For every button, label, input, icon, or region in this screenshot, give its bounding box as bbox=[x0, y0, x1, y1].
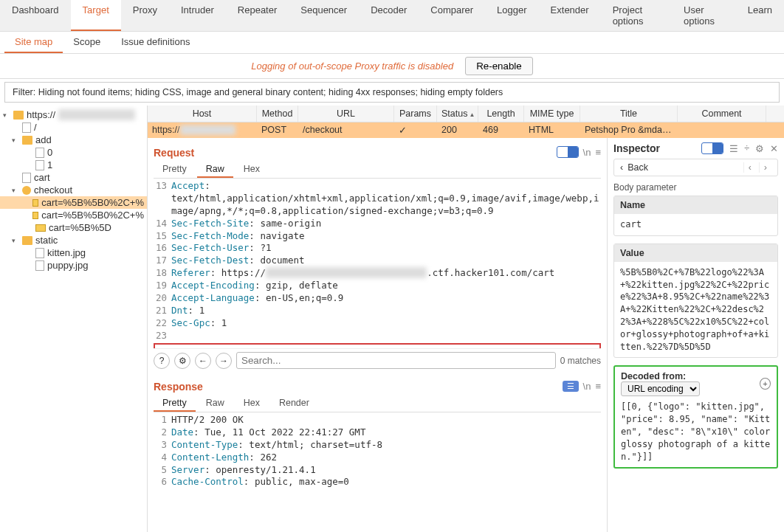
value-box: Value %5B%5B0%2C+%7B%22logo%22%3A+%22kit… bbox=[613, 243, 778, 359]
request-title: Request bbox=[154, 147, 194, 159]
mode-tab-pretty[interactable]: Pretty bbox=[154, 162, 196, 178]
tree-node[interactable]: cart bbox=[0, 171, 147, 184]
close-icon[interactable]: ✕ bbox=[770, 143, 778, 154]
tree-node[interactable]: ▾ https://xxxxxxxxxxxxxxxx bbox=[0, 108, 147, 121]
divide-icon[interactable]: ÷ bbox=[744, 143, 749, 153]
main-tab-user-options[interactable]: User options bbox=[672, 0, 736, 31]
mail-icon bbox=[32, 212, 39, 219]
back-button[interactable]: ‹Back bbox=[620, 162, 648, 173]
gear-icon[interactable]: ⚙ bbox=[755, 143, 764, 154]
add-encoding-button[interactable]: + bbox=[760, 378, 771, 390]
inspector-panel: Inspector ☰ ÷ ⚙ ✕ ‹Back ‹› Body paramete… bbox=[607, 138, 784, 532]
decoded-value[interactable]: [[0, {"logo": "kitten.jpg", "price": 8.9… bbox=[621, 401, 771, 463]
help-icon[interactable]: ? bbox=[154, 353, 170, 369]
wrap-icon[interactable]: ≡ bbox=[595, 147, 601, 158]
col-header[interactable]: Params bbox=[394, 106, 437, 122]
sub-tab-bar: Site mapScopeIssue definitions bbox=[0, 32, 784, 54]
mode-tab-hex[interactable]: Hex bbox=[235, 395, 269, 412]
mode-tab-pretty[interactable]: Pretty bbox=[154, 395, 196, 412]
tree-node[interactable]: ▾ static bbox=[0, 234, 147, 246]
col-header[interactable]: MIME type bbox=[524, 106, 580, 122]
mail-icon bbox=[32, 199, 39, 207]
tree-node[interactable]: kitten.jpg bbox=[0, 246, 147, 259]
col-header[interactable]: URL bbox=[298, 106, 394, 122]
main-tab-sequencer[interactable]: Sequencer bbox=[289, 0, 359, 31]
tree-node[interactable]: ▾ add bbox=[0, 134, 147, 146]
main-tab-bar: DashboardTargetProxyIntruderRepeaterSequ… bbox=[0, 0, 784, 32]
tree-node[interactable]: / bbox=[0, 121, 147, 134]
main-tab-project-options[interactable]: Project options bbox=[601, 0, 672, 31]
mode-tab-render[interactable]: Render bbox=[270, 395, 318, 412]
filter-icon[interactable]: ☰ bbox=[729, 143, 738, 154]
decoded-encoding-select[interactable]: URL encoding bbox=[621, 381, 700, 396]
mode-tab-raw[interactable]: Raw bbox=[197, 162, 233, 178]
inspector-view-toggle[interactable] bbox=[701, 142, 723, 154]
prev-button[interactable]: ‹ bbox=[743, 162, 756, 173]
newline-icon[interactable]: \n bbox=[583, 147, 591, 158]
col-header[interactable]: Host bbox=[148, 106, 257, 122]
main-tab-decoder[interactable]: Decoder bbox=[359, 0, 419, 31]
pill-icon[interactable]: ☰ bbox=[563, 381, 579, 392]
mail-icon bbox=[35, 224, 46, 232]
site-map-tree: ▾ https://xxxxxxxxxxxxxxxx /▾ add 0 1 ca… bbox=[0, 106, 148, 532]
response-viewer[interactable]: 1HTTP/2 200 OK2Date: Tue, 11 Oct 2022 22… bbox=[154, 412, 601, 501]
decoded-label: Decoded from: bbox=[621, 371, 686, 381]
main-tab-target[interactable]: Target bbox=[71, 0, 121, 31]
value-value[interactable]: %5B%5B0%2C+%7B%22logo%22%3A+%22kitten.jp… bbox=[614, 262, 777, 358]
newline-icon[interactable]: \n bbox=[583, 381, 591, 392]
main-tab-proxy[interactable]: Proxy bbox=[121, 0, 169, 31]
sub-tab-site-map[interactable]: Site map bbox=[4, 32, 63, 53]
tree-node[interactable]: cart=%5B%5B0%2C+% bbox=[0, 196, 147, 209]
tree-node[interactable]: cart=%5B%5B0%2C+% bbox=[0, 209, 147, 221]
banner-text: Logging of out-of-scope Proxy traffic is… bbox=[251, 61, 453, 72]
next-match-button[interactable]: → bbox=[216, 353, 232, 369]
tree-node[interactable]: ▾ checkout bbox=[0, 184, 147, 196]
file-icon bbox=[35, 248, 44, 258]
decoded-box: Decoded from: URL encoding + [[0, {"logo… bbox=[613, 365, 778, 469]
file-icon bbox=[35, 160, 44, 170]
col-header[interactable]: Title bbox=[580, 106, 678, 122]
sub-tab-issue-definitions[interactable]: Issue definitions bbox=[111, 32, 200, 53]
request-table-row[interactable]: https://xxxxxxxxxxxxPOST/checkout✓200469… bbox=[148, 122, 784, 138]
main-tab-extender[interactable]: Extender bbox=[539, 0, 601, 31]
name-value[interactable]: cart bbox=[614, 214, 777, 235]
col-header[interactable]: Comment bbox=[678, 106, 766, 122]
file-icon bbox=[35, 260, 44, 271]
tree-node[interactable]: 1 bbox=[0, 159, 147, 171]
col-header[interactable]: Method bbox=[257, 106, 298, 122]
search-input[interactable] bbox=[236, 352, 556, 369]
mode-tab-hex[interactable]: Hex bbox=[235, 162, 269, 178]
col-header[interactable]: Length bbox=[478, 106, 524, 122]
cell: HTML bbox=[524, 122, 580, 138]
prev-match-button[interactable]: ← bbox=[195, 353, 211, 369]
name-box: Name cart bbox=[613, 196, 778, 236]
view-toggle[interactable] bbox=[557, 146, 579, 158]
tree-node[interactable]: 0 bbox=[0, 146, 147, 159]
main-tab-dashboard[interactable]: Dashboard bbox=[0, 0, 71, 31]
main-tab-intruder[interactable]: Intruder bbox=[169, 0, 226, 31]
request-editor[interactable]: 13Accept:text/html,application/xhtml+xml… bbox=[154, 179, 601, 348]
col-header[interactable]: Status▲ bbox=[437, 106, 478, 122]
mode-tab-raw[interactable]: Raw bbox=[197, 395, 233, 412]
highlighted-param[interactable]: 24cart=%5B%5B0%2C+%7B%22logo%22%3A+%22ki… bbox=[154, 343, 601, 348]
gear-icon[interactable]: ⚙ bbox=[174, 353, 190, 369]
tree-node[interactable]: cart=%5B%5D bbox=[0, 221, 147, 234]
sub-tab-scope[interactable]: Scope bbox=[63, 32, 111, 53]
folder-icon bbox=[13, 111, 24, 120]
folder-icon bbox=[22, 236, 32, 245]
tree-node[interactable]: puppy.jpg bbox=[0, 259, 147, 272]
next-button[interactable]: › bbox=[759, 162, 771, 173]
response-title: Response bbox=[154, 381, 203, 393]
filter-bar[interactable]: Filter: Hiding not found items; hiding C… bbox=[4, 82, 780, 103]
cell: https://xxxxxxxxxxxx bbox=[148, 122, 257, 138]
main-tab-comparer[interactable]: Comparer bbox=[419, 0, 485, 31]
main-tab-learn[interactable]: Learn bbox=[736, 0, 784, 31]
wrap-icon[interactable]: ≡ bbox=[595, 381, 601, 392]
folder-icon bbox=[22, 136, 32, 145]
reenable-button[interactable]: Re-enable bbox=[465, 57, 533, 75]
gear-icon bbox=[22, 186, 31, 195]
file-icon bbox=[35, 148, 44, 158]
main-tab-repeater[interactable]: Repeater bbox=[226, 0, 289, 31]
main-tab-logger[interactable]: Logger bbox=[485, 0, 538, 31]
response-mode-tabs: PrettyRawHexRender bbox=[154, 395, 601, 412]
